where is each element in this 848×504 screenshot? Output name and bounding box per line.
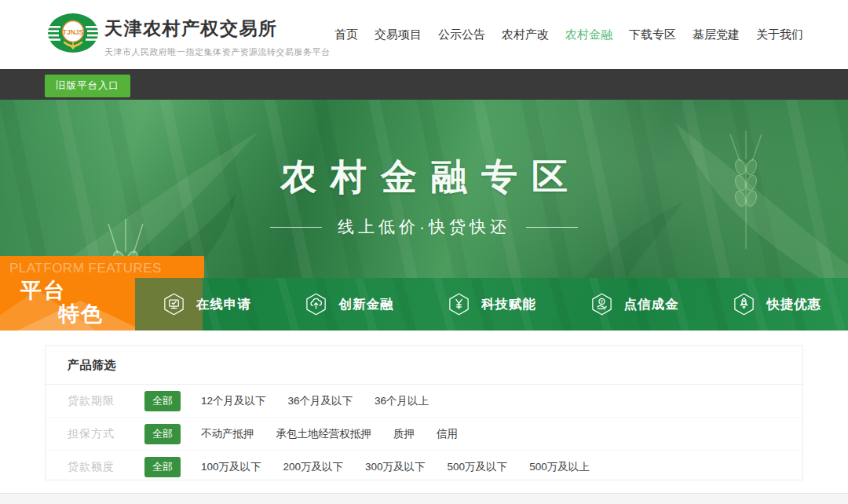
coin-hand-icon <box>590 292 614 316</box>
filter-row-label: 贷款期限 <box>68 394 127 408</box>
filter-selected-badge[interactable]: 全部 <box>144 391 181 411</box>
filter-option[interactable]: 36个月以上 <box>375 394 429 408</box>
filter-row-loan-amount: 贷款额度 全部 100万及以下 200万及以下 300万及以下 500万及以下 … <box>46 451 802 484</box>
feature-tab-tech-empower[interactable]: 科技赋能 <box>420 278 563 331</box>
feature-tab-label: 快捷优惠 <box>766 296 821 313</box>
product-filter-card: 产品筛选 贷款期限 全部 12个月及以下 36个月及以下 36个月以上 担保方式… <box>45 345 803 480</box>
filter-option[interactable]: 12个月及以下 <box>201 394 266 408</box>
nav-item-party-building[interactable]: 基层党建 <box>693 27 740 42</box>
footer-strip <box>0 493 848 504</box>
feature-tab-innovative-finance[interactable]: 创新金融 <box>278 278 421 331</box>
feature-tab-quick-discount[interactable]: 快捷优惠 <box>705 278 848 331</box>
filter-row-loan-term: 贷款期限 全部 12个月及以下 36个月及以下 36个月以上 <box>46 385 802 418</box>
brand-block: 天津农村产权交易所 天津市人民政府唯一指定集体资产资源流转交易服务平台 <box>104 16 331 58</box>
hero-title: 农村金融专区 <box>0 153 848 202</box>
header: TJNJS 天津农村产权交易所 天津市人民政府唯一指定集体资产资源流转交易服务平… <box>0 0 848 69</box>
rocket-icon <box>732 292 756 316</box>
logo-icon: TJNJS <box>46 10 101 59</box>
filter-option[interactable]: 500万及以下 <box>448 460 508 474</box>
page: TJNJS 天津农村产权交易所 天津市人民政府唯一指定集体资产资源流转交易服务平… <box>0 0 848 504</box>
old-platform-entry-button[interactable]: 旧版平台入口 <box>45 75 130 97</box>
nav-item-download[interactable]: 下载专区 <box>629 27 676 42</box>
feature-tab-online-apply[interactable]: 在线申请 <box>135 278 278 331</box>
filter-card-title: 产品筛选 <box>46 346 802 373</box>
filter-option[interactable]: 承包土地经营权抵押 <box>276 427 372 441</box>
filter-selected-badge[interactable]: 全部 <box>144 457 181 477</box>
cloud-upload-icon <box>304 292 328 316</box>
nav-item-trade-projects[interactable]: 交易项目 <box>375 27 422 42</box>
filter-option[interactable]: 质押 <box>393 427 415 441</box>
filter-row-label: 担保方式 <box>68 427 127 441</box>
filter-option[interactable]: 500万及以上 <box>529 460 590 474</box>
svg-text:TJNJS: TJNJS <box>63 28 84 36</box>
nav-item-about-us[interactable]: 关于我们 <box>756 27 803 42</box>
yen-hexagon-icon <box>447 292 471 316</box>
filter-selected-badge[interactable]: 全部 <box>144 424 181 444</box>
subtitle-left-line <box>270 227 322 228</box>
feature-tab-bar: 在线申请 创新金融 科技赋能 <box>135 278 848 331</box>
filter-option[interactable]: 信用 <box>437 427 458 441</box>
hero-banner: 农村金融专区 线上低价·快贷快还 PLATFORM FEATURES 平台 特色 <box>0 100 848 331</box>
filter-option[interactable]: 不动产抵押 <box>201 427 254 441</box>
filter-option[interactable]: 300万及以下 <box>365 460 426 474</box>
feature-tab-label: 点信成金 <box>624 296 679 313</box>
filter-row-label: 贷款额度 <box>68 460 127 474</box>
nav-item-public-notice[interactable]: 公示公告 <box>438 27 485 42</box>
platform-features-cn-line2: 特色 <box>58 300 104 328</box>
feature-tab-label: 创新金融 <box>338 296 393 313</box>
topbar: 旧版平台入口 <box>0 69 848 100</box>
site-logo[interactable]: TJNJS <box>46 10 101 59</box>
nav-item-rural-finance[interactable]: 农村金融 <box>565 27 612 42</box>
filter-option[interactable]: 100万及以下 <box>201 460 261 474</box>
nav-item-home[interactable]: 首页 <box>334 27 358 42</box>
feature-tab-credit-to-gold[interactable]: 点信成金 <box>563 278 706 331</box>
filter-option[interactable]: 200万及以下 <box>283 460 344 474</box>
filter-options: 12个月及以下 36个月及以下 36个月以上 <box>201 394 429 408</box>
site-title: 天津农村产权交易所 <box>104 16 331 41</box>
filter-options: 不动产抵押 承包土地经营权抵押 质押 信用 <box>201 427 458 441</box>
hero-subtitle: 线上低价·快贷快还 <box>338 216 510 238</box>
platform-features-en-label: PLATFORM FEATURES <box>9 261 162 276</box>
online-apply-monitor-icon <box>162 292 186 316</box>
feature-tab-label: 在线申请 <box>196 296 251 313</box>
filter-row-guarantee-type: 担保方式 全部 不动产抵押 承包土地经营权抵押 质押 信用 <box>46 418 802 451</box>
nav-item-rural-reform[interactable]: 农村产改 <box>502 27 549 42</box>
filter-options: 100万及以下 200万及以下 300万及以下 500万及以下 500万及以上 <box>201 460 590 474</box>
hero-subtitle-row: 线上低价·快贷快还 <box>0 216 848 238</box>
main-nav: 首页 交易项目 公示公告 农村产改 农村金融 下载专区 基层党建 关于我们 <box>334 0 803 69</box>
site-subtitle: 天津市人民政府唯一指定集体资产资源流转交易服务平台 <box>104 46 331 58</box>
subtitle-right-line <box>526 227 578 228</box>
filter-option[interactable]: 36个月及以下 <box>288 394 353 408</box>
feature-tab-label: 科技赋能 <box>481 296 536 313</box>
